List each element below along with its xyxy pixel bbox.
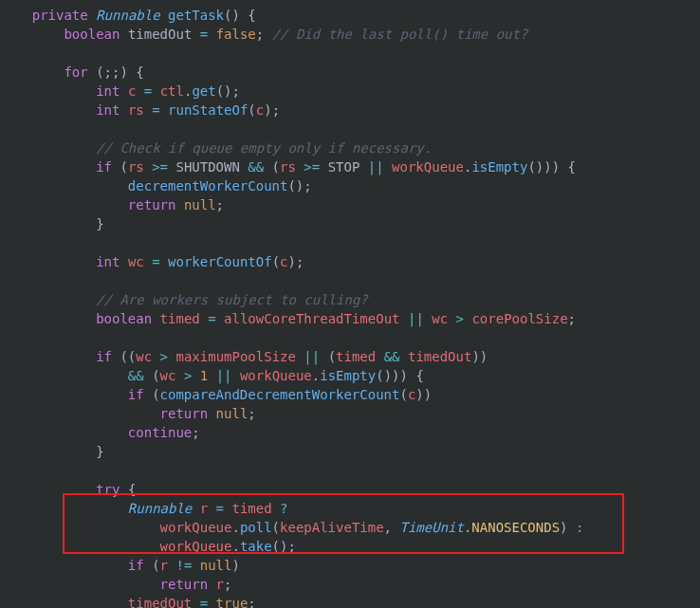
code-line: // Are workers subject to culling?: [0, 292, 368, 307]
code-line: int rs = runStateOf(c);: [0, 102, 280, 118]
code-line: for (;;) {: [0, 64, 144, 80]
code-line: private Runnable getTask() {: [0, 8, 256, 23]
code-line: boolean timed = allowCoreThreadTimeOut |…: [0, 311, 576, 326]
code-line: decrementWorkerCount();: [0, 178, 312, 193]
code-line: timedOut = true;: [0, 596, 256, 608]
code-line: continue;: [0, 425, 200, 440]
code-line: && (wc > 1 || workQueue.isEmpty())) {: [0, 368, 424, 383]
code-line: if (r != null): [0, 558, 240, 573]
code-line: return r;: [0, 577, 231, 592]
code-line: }: [0, 216, 104, 231]
code-line: if (rs >= SHUTDOWN && (rs >= STOP || wor…: [0, 159, 576, 175]
code-line: // Check if queue empty only if necessar…: [0, 140, 432, 156]
code-block: private Runnable getTask() { boolean tim…: [0, 0, 700, 608]
code-line: if (compareAndDecrementWorkerCount(c)): [0, 387, 432, 402]
code-line: }: [0, 444, 104, 459]
code-line: try {: [0, 482, 136, 497]
code-line: Runnable r = timed ?: [0, 501, 288, 516]
code-line: return null;: [0, 406, 256, 421]
code-line: int wc = workerCountOf(c);: [0, 254, 304, 269]
code-line: workQueue.poll(keepAliveTime, TimeUnit.N…: [0, 520, 583, 535]
code-line: return null;: [0, 197, 224, 212]
code-line: boolean timedOut = false; // Did the las…: [0, 27, 527, 42]
code-line: if ((wc > maximumPoolSize || (timed && t…: [0, 349, 488, 364]
code-line: int c = ctl.get();: [0, 83, 240, 99]
code-line: workQueue.take();: [0, 539, 296, 554]
